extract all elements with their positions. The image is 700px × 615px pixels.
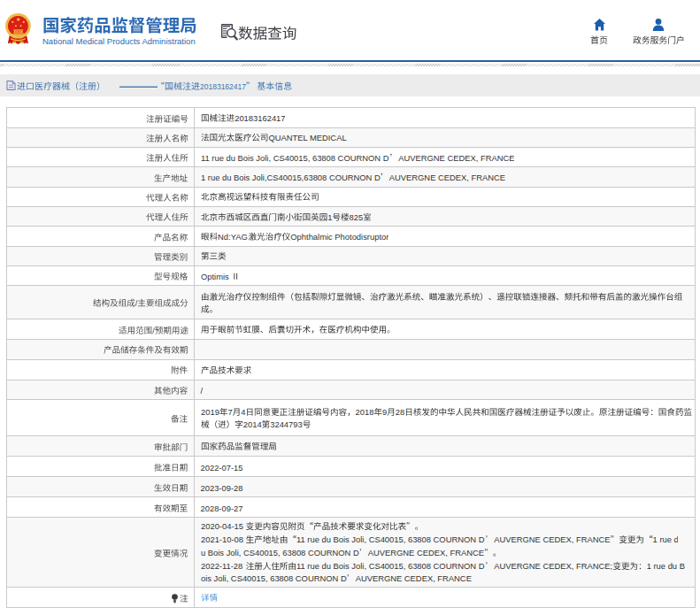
svg-text:9: 9	[382, 407, 387, 417]
svg-text:/: /	[135, 298, 138, 308]
svg-text:ois Joli, CS40015, 63808 COURN: ois Joli, CS40015, 63808 COURNON D	[201, 574, 347, 584]
svg-text:20183162417: 20183162417	[200, 82, 246, 91]
svg-text:Ophthalmic Photodisruptor: Ophthalmic Photodisruptor	[290, 232, 388, 242]
svg-text:825: 825	[349, 212, 363, 222]
svg-text:11 rue du Bois Joli, CS40015,: 11 rue du Bois Joli, CS40015, 63808 COUR…	[296, 534, 484, 544]
svg-text:4: 4	[241, 407, 245, 417]
svg-text:AUVERGNE CEDEX, FRANCE: AUVERGNE CEDEX, FRANCE	[367, 548, 483, 557]
svg-text:AUVERGNE CEDEX, FRANCE: AUVERGNE CEDEX, FRANCE	[355, 574, 471, 584]
svg-text:1 rue du B: 1 rue du B	[646, 561, 684, 571]
svg-text:2019: 2019	[201, 407, 219, 417]
svg-text:1: 1	[327, 212, 332, 222]
svg-text:28: 28	[395, 407, 404, 417]
svg-text:Nd:YAG: Nd:YAG	[218, 232, 248, 242]
svg-text:/: /	[152, 325, 155, 334]
svg-text:AUVERGNE CEDEX, FRANCE: AUVERGNE CEDEX, FRANCE	[494, 534, 610, 544]
svg-text:2014: 2014	[242, 419, 261, 429]
svg-text:11 rue du Bois Joli, CS40015,: 11 rue du Bois Joli, CS40015, 63808 COUR…	[296, 561, 484, 571]
svg-text:2020-04-15: 2020-04-15	[201, 522, 243, 532]
svg-text:7: 7	[227, 407, 232, 417]
svg-text:AUVERGNE CEDEX, FRANCE: AUVERGNE CEDEX, FRANCE	[388, 173, 504, 182]
svg-text:3244793: 3244793	[270, 419, 303, 429]
svg-text:2021-10-08: 2021-10-08	[201, 534, 243, 544]
svg-text:20183162417: 20183162417	[235, 113, 285, 123]
svg-text:AUVERGNE CEDEX, FRANCE: AUVERGNE CEDEX, FRANCE	[398, 153, 514, 163]
svg-text:Optimis: Optimis	[201, 271, 229, 281]
svg-text:u Bois Joli, CS40015, 63808 CO: u Bois Joli, CS40015, 63808 COURNON D	[201, 548, 359, 557]
svg-text:11 rue du Bois Joli, CS40015,: 11 rue du Bois Joli, CS40015, 63808 COUR…	[201, 153, 389, 163]
svg-text:AUVERGNE CEDEX, FRANCE;: AUVERGNE CEDEX, FRANCE;	[494, 561, 612, 571]
svg-text:QUANTEL MEDICAL: QUANTEL MEDICAL	[268, 133, 346, 142]
svg-text:1 rue d: 1 rue d	[652, 534, 678, 544]
svg-text:2018: 2018	[355, 407, 373, 417]
svg-text:2022-11-28: 2022-11-28	[201, 561, 242, 571]
svg-text:1 rue du Bois Joli,CS40015,638: 1 rue du Bois Joli,CS40015,63808 COURNON…	[201, 173, 381, 182]
